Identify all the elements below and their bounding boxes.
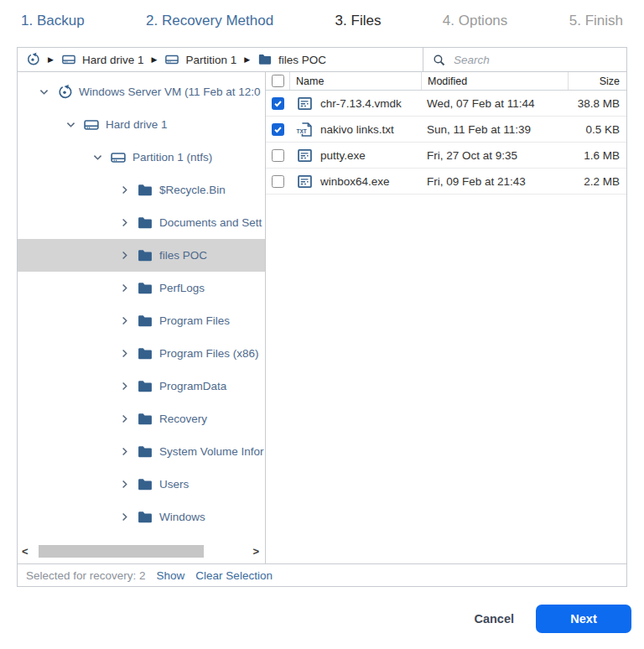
show-link[interactable]: Show [157, 569, 185, 582]
tree-item-label: Hard drive 1 [106, 118, 168, 131]
tree-item-label: Program Files (x86) [159, 347, 259, 360]
select-all-cell [266, 72, 290, 90]
horizontal-scrollbar[interactable]: < > [18, 544, 263, 558]
file-icon [296, 95, 314, 112]
tree-item[interactable]: Windows Server VM (11 Feb at 12:0 [18, 75, 265, 108]
hard-drive-icon [110, 149, 127, 166]
tree-item-label: PerfLogs [159, 282, 205, 294]
file-modified-cell: Fri, 27 Oct at 9:35 [421, 143, 568, 168]
breadcrumb-item[interactable]: Partition 1 [164, 52, 236, 67]
column-header-modified[interactable]: Modified [421, 72, 568, 90]
file-name-cell: chr-7.13.4.vmdk [290, 95, 421, 112]
wizard-step-4[interactable]: 4. Options [443, 13, 508, 29]
wizard-step-5[interactable]: 5. Finish [569, 13, 623, 29]
tree-item-label: Windows Server VM (11 Feb at 12:0 [79, 86, 261, 98]
scroll-left-arrow-icon[interactable]: < [22, 546, 29, 557]
scrollbar-track[interactable] [32, 545, 250, 558]
file-modified-cell: Wed, 07 Feb at 11:44 [421, 91, 568, 116]
wizard-step-1[interactable]: 1. Backup [21, 13, 85, 29]
tree-item[interactable]: Program Files (x86) [18, 337, 265, 370]
scrollbar-thumb[interactable] [39, 545, 204, 558]
folder-icon [137, 345, 153, 362]
status-bar: Selected for recovery: 2 Show Clear Sele… [18, 563, 626, 586]
folder-icon [137, 247, 153, 264]
next-button[interactable]: Next [536, 605, 631, 633]
file-modified-cell: Fri, 09 Feb at 21:43 [421, 169, 568, 194]
chevron-right-icon [118, 413, 131, 425]
tree-item[interactable]: Partition 1 (ntfs) [18, 141, 265, 174]
tree-item[interactable]: PerfLogs [18, 272, 265, 304]
tree-item[interactable]: Recovery [18, 402, 265, 435]
folder-icon [137, 476, 153, 493]
chevron-down-icon [38, 86, 50, 98]
tree-item-label: Program Files [159, 314, 230, 327]
table-row[interactable]: TXTnakivo links.txtSun, 11 Feb at 11:390… [266, 117, 626, 143]
tree-item-label: Recovery [159, 413, 207, 425]
search-input[interactable] [454, 54, 626, 66]
file-recovery-wizard: 1. Backup2. Recovery Method3. Files4. Op… [0, 0, 644, 649]
file-name: winbox64.exe [320, 175, 390, 188]
scroll-right-arrow-icon[interactable]: > [252, 546, 259, 557]
row-checkbox-cell [266, 117, 290, 142]
row-checkbox[interactable] [272, 123, 284, 136]
folder-tree: Windows Server VM (11 Feb at 12:0Hard dr… [18, 72, 266, 563]
table-row[interactable]: putty.exeFri, 27 Oct at 9:351.6 MB [266, 143, 626, 169]
breadcrumb-separator-icon: ▶ [244, 55, 250, 64]
tree-item[interactable]: System Volume Infor [18, 435, 265, 468]
file-name: nakivo links.txt [320, 123, 394, 136]
breadcrumb-item[interactable]: Hard drive 1 [61, 52, 144, 67]
breadcrumb-separator-icon: ▶ [151, 55, 157, 64]
tree-item[interactable]: Windows [18, 501, 265, 533]
tree-item[interactable]: $Recycle.Bin [18, 174, 265, 206]
select-all-checkbox[interactable] [272, 75, 284, 87]
row-checkbox[interactable] [272, 175, 284, 188]
recovery-point-icon [56, 84, 73, 101]
file-table-header: Name Modified Size [266, 72, 626, 91]
chevron-right-icon [118, 445, 131, 458]
chevron-down-icon [91, 151, 104, 164]
file-name-cell: winbox64.exe [290, 173, 421, 190]
folder-icon [137, 378, 153, 395]
tree-item-label: Documents and Sett [159, 216, 262, 229]
tree-item-label: Windows [159, 511, 205, 523]
chevron-right-icon [118, 314, 131, 327]
tree-item-label: System Volume Infor [159, 445, 264, 458]
wizard-step-2[interactable]: 2. Recovery Method [146, 13, 273, 29]
clear-selection-link[interactable]: Clear Selection [195, 569, 273, 582]
file-modified-cell: Sun, 11 Feb at 11:39 [421, 117, 568, 142]
tree-item[interactable]: ProgramData [18, 370, 265, 402]
file-table-body: chr-7.13.4.vmdkWed, 07 Feb at 11:4438.8 … [266, 91, 626, 195]
hard-drive-icon [83, 117, 100, 133]
wizard-steps: 1. Backup2. Recovery Method3. Files4. Op… [0, 0, 644, 29]
tree-item-label: files POC [159, 249, 207, 262]
tree-item[interactable]: Hard drive 1 [18, 108, 265, 141]
breadcrumb-label: files POC [278, 54, 326, 66]
breadcrumb-label: Partition 1 [185, 54, 236, 66]
chevron-right-icon [118, 511, 131, 523]
search-box[interactable] [423, 48, 626, 71]
hard-drive-icon [164, 52, 179, 67]
cancel-button[interactable]: Cancel [474, 612, 514, 626]
folder-icon [137, 280, 153, 297]
wizard-step-3[interactable]: 3. Files [335, 13, 382, 29]
tree-item-label: $Recycle.Bin [159, 184, 226, 196]
selected-count-text: Selected for recovery: 2 [26, 569, 146, 582]
tree-item[interactable]: files POC [18, 239, 265, 272]
breadcrumb-item[interactable]: files POC [257, 52, 326, 67]
tree-item[interactable]: Program Files [18, 304, 265, 337]
table-row[interactable]: chr-7.13.4.vmdkWed, 07 Feb at 11:4438.8 … [266, 91, 626, 117]
folder-icon [137, 411, 153, 428]
tree-item[interactable]: Documents and Sett [18, 206, 265, 239]
row-checkbox[interactable] [272, 97, 284, 110]
folder-icon [137, 182, 153, 199]
wizard-footer: Cancel Next [474, 605, 631, 633]
column-header-name[interactable]: Name [290, 75, 421, 87]
browser-content: Windows Server VM (11 Feb at 12:0Hard dr… [18, 72, 626, 563]
row-checkbox[interactable] [272, 149, 284, 162]
tree-item[interactable]: Users [18, 468, 265, 501]
file-size-cell: 38.8 MB [568, 91, 626, 116]
table-row[interactable]: winbox64.exeFri, 09 Feb at 21:432.2 MB [266, 169, 626, 195]
chevron-right-icon [118, 184, 131, 196]
column-header-size[interactable]: Size [568, 72, 626, 90]
breadcrumb-item[interactable] [25, 52, 40, 67]
